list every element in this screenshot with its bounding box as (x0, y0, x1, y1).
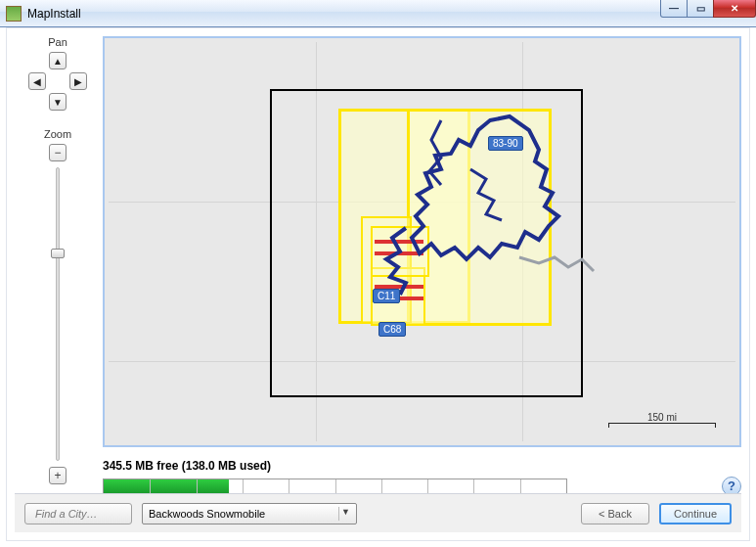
scale-bar: 150 mi (608, 412, 716, 430)
pan-pad: ▲ ◀ ▶ ▼ (28, 52, 87, 111)
zoom-section: Zoom − + (19, 128, 97, 484)
product-dropdown-value: Backwoods Snowmobile (149, 508, 265, 520)
pan-label: Pan (19, 36, 97, 48)
zoom-out-button[interactable]: − (49, 144, 67, 161)
app-icon (6, 6, 22, 22)
zoom-in-button[interactable]: + (49, 467, 67, 484)
back-button[interactable]: < Back (581, 503, 649, 524)
scale-bar-label: 150 mi (608, 412, 716, 423)
continue-button[interactable]: Continue (659, 503, 732, 524)
titlebar: MapInstall — ▭ ✕ (0, 0, 756, 27)
map-tag[interactable]: 83-90 (488, 136, 523, 151)
chevron-down-icon: ▼ (338, 507, 352, 521)
bottom-bar: Find a City… Backwoods Snowmobile ▼ < Ba… (15, 493, 741, 532)
window-controls: — ▭ ✕ (661, 0, 756, 18)
storage-progress (103, 479, 567, 494)
find-city-button[interactable]: Find a City… (24, 503, 132, 524)
storage-status: 345.5 MB free (138.0 MB used) (103, 459, 741, 473)
client-area: Pan ▲ ◀ ▶ ▼ Zoom − + (6, 27, 750, 541)
map-canvas[interactable]: 83-90 C11 C68 150 mi (109, 42, 735, 441)
zoom-thumb[interactable] (51, 249, 65, 258)
map-tag[interactable]: C68 (378, 322, 406, 337)
pan-right-button[interactable]: ▶ (69, 72, 87, 90)
minimize-button[interactable]: — (660, 0, 688, 18)
pan-up-button[interactable]: ▲ (49, 52, 67, 69)
window-title: MapInstall (27, 7, 81, 21)
pan-down-button[interactable]: ▼ (49, 93, 67, 111)
map-tag[interactable]: C11 (373, 289, 400, 303)
product-dropdown[interactable]: Backwoods Snowmobile ▼ (142, 503, 357, 524)
zoom-label: Zoom (19, 128, 97, 140)
pan-left-button[interactable]: ◀ (28, 72, 46, 90)
maximize-button[interactable]: ▭ (687, 0, 714, 18)
map-viewport[interactable]: 83-90 C11 C68 150 mi (103, 36, 741, 447)
map-controls-panel: Pan ▲ ◀ ▶ ▼ Zoom − + (19, 36, 97, 516)
close-button[interactable]: ✕ (713, 0, 756, 18)
zoom-slider[interactable] (56, 167, 60, 461)
